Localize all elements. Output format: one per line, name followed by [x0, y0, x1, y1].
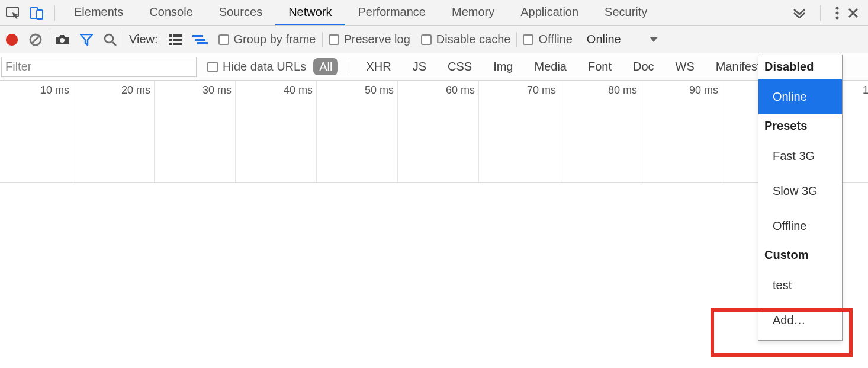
devtools-tab-strip: Elements Console Sources Network Perform…: [0, 0, 868, 26]
filter-type-font[interactable]: Font: [582, 58, 618, 75]
throttle-option-add[interactable]: Add…: [758, 303, 842, 338]
svg-rect-15: [169, 43, 172, 45]
device-toolbar-icon[interactable]: [30, 7, 44, 20]
svg-point-3: [836, 7, 839, 9]
tick-label: 30 ms: [202, 84, 232, 97]
large-rows-icon[interactable]: [169, 34, 182, 45]
more-tabs-icon[interactable]: [793, 8, 806, 18]
dropdown-section-custom: Custom: [758, 244, 842, 268]
svg-rect-12: [173, 34, 182, 37]
disable-cache-checkbox[interactable]: Disable cache: [421, 33, 511, 46]
tick-label: 10 ms: [40, 84, 69, 97]
separator: [54, 5, 55, 21]
filter-type-all[interactable]: All: [313, 58, 338, 75]
tick-label: 70 ms: [527, 84, 556, 97]
svg-rect-2: [37, 10, 43, 19]
throttle-option-online[interactable]: Online: [758, 79, 842, 114]
separator: [322, 32, 323, 47]
network-filter-bar: Hide data URLs All XHR JS CSS Img Media …: [0, 53, 868, 81]
svg-rect-14: [173, 39, 182, 41]
inspect-element-icon[interactable]: [6, 7, 21, 20]
network-toolbar: View: Group by frame Preserve log Disabl…: [0, 26, 868, 53]
hide-data-urls-checkbox[interactable]: Hide data URLs: [207, 60, 306, 73]
tick-label: 50 ms: [365, 84, 394, 97]
tick-label: 40 ms: [284, 84, 313, 97]
search-icon[interactable]: [104, 33, 117, 46]
throttling-dropdown: Disabled Online Presets Fast 3G Slow 3G …: [758, 55, 843, 341]
tick-label: 60 ms: [446, 84, 475, 97]
group-by-frame-label: Group by frame: [234, 33, 316, 46]
svg-rect-16: [173, 43, 182, 45]
waterfall-view-icon[interactable]: [192, 35, 208, 44]
kebab-menu-icon[interactable]: [835, 7, 840, 20]
separator: [49, 32, 49, 47]
svg-point-8: [60, 38, 65, 43]
offline-checkbox[interactable]: Offline: [523, 33, 572, 46]
svg-point-4: [836, 11, 839, 14]
tab-security[interactable]: Security: [591, 0, 660, 25]
separator: [123, 32, 123, 47]
tick-label: 110 ms: [863, 84, 868, 97]
tab-sources[interactable]: Sources: [206, 0, 275, 25]
filter-input[interactable]: [1, 57, 197, 77]
dropdown-section-presets: Presets: [758, 114, 842, 139]
preserve-log-checkbox[interactable]: Preserve log: [329, 33, 410, 46]
record-icon[interactable]: [6, 34, 18, 46]
hide-data-urls-label: Hide data URLs: [223, 60, 306, 73]
disable-cache-label: Disable cache: [436, 33, 511, 46]
throttling-value: Online: [587, 33, 621, 46]
checkbox-icon: [329, 34, 339, 45]
close-icon[interactable]: [848, 8, 859, 18]
checkbox-icon: [207, 62, 218, 72]
svg-point-9: [105, 34, 113, 43]
separator: [820, 5, 821, 21]
filter-type-xhr[interactable]: XHR: [360, 58, 397, 75]
svg-rect-13: [169, 39, 172, 41]
preserve-log-label: Preserve log: [344, 33, 410, 46]
tab-application[interactable]: Application: [507, 0, 591, 25]
checkbox-icon: [523, 34, 533, 45]
filter-type-ws[interactable]: WS: [670, 58, 700, 75]
network-timeline-overview[interactable]: 10 ms 20 ms 30 ms 40 ms 50 ms 60 ms 70 m…: [0, 81, 868, 183]
tab-performance[interactable]: Performance: [345, 0, 439, 25]
svg-point-5: [836, 16, 839, 19]
tick-label: 20 ms: [121, 84, 150, 97]
filter-type-media[interactable]: Media: [528, 58, 572, 75]
tab-memory[interactable]: Memory: [439, 0, 507, 25]
svg-line-10: [112, 42, 116, 46]
throttle-option-fast3g[interactable]: Fast 3G: [758, 139, 842, 174]
filter-type-img[interactable]: Img: [487, 58, 519, 75]
checkbox-icon: [421, 34, 432, 45]
separator: [349, 60, 349, 73]
throttle-option-test[interactable]: test: [758, 268, 842, 303]
tick-label: 80 ms: [608, 84, 637, 97]
clear-icon[interactable]: [28, 33, 43, 47]
tab-elements[interactable]: Elements: [61, 0, 136, 25]
tab-network[interactable]: Network: [275, 0, 345, 25]
tick-label: 90 ms: [689, 84, 718, 97]
filter-icon[interactable]: [80, 34, 93, 46]
filter-type-js[interactable]: JS: [407, 58, 432, 75]
svg-line-7: [31, 36, 40, 44]
panel-tabs: Elements Console Sources Network Perform…: [61, 0, 793, 25]
group-by-frame-checkbox[interactable]: Group by frame: [218, 33, 316, 46]
throttle-option-slow3g[interactable]: Slow 3G: [758, 174, 842, 209]
filter-type-doc[interactable]: Doc: [627, 58, 660, 75]
svg-rect-19: [197, 42, 208, 44]
view-label: View:: [129, 33, 158, 46]
filter-type-css[interactable]: CSS: [442, 58, 478, 75]
tab-console[interactable]: Console: [136, 0, 205, 25]
offline-label: Offline: [538, 33, 572, 46]
svg-rect-18: [195, 39, 205, 41]
checkbox-icon: [218, 34, 229, 45]
throttle-option-offline[interactable]: Offline: [758, 209, 842, 244]
svg-rect-11: [169, 34, 172, 37]
svg-rect-17: [192, 35, 203, 37]
throttling-select[interactable]: Online: [583, 31, 661, 47]
capture-screenshots-icon[interactable]: [55, 34, 69, 45]
dropdown-section-disabled: Disabled: [758, 55, 842, 79]
separator: [516, 32, 517, 47]
chevron-down-icon: [650, 37, 658, 42]
